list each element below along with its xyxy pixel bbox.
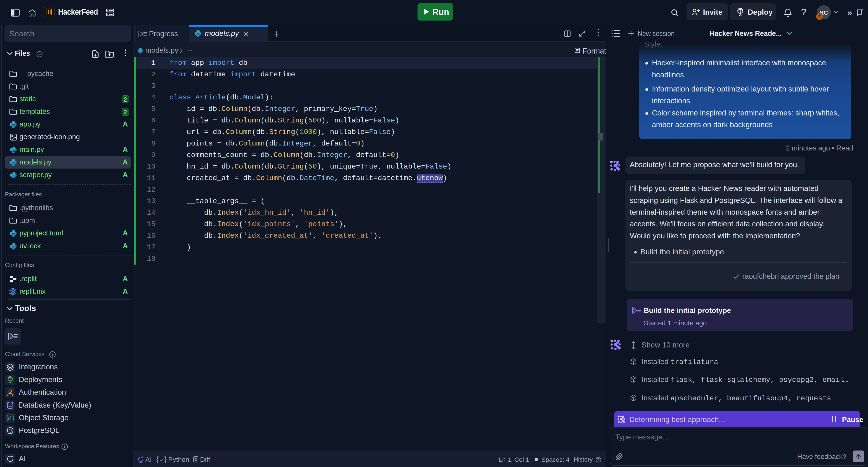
- svg-text:10: 10: [8, 415, 11, 418]
- svg-text:01: 01: [8, 418, 11, 421]
